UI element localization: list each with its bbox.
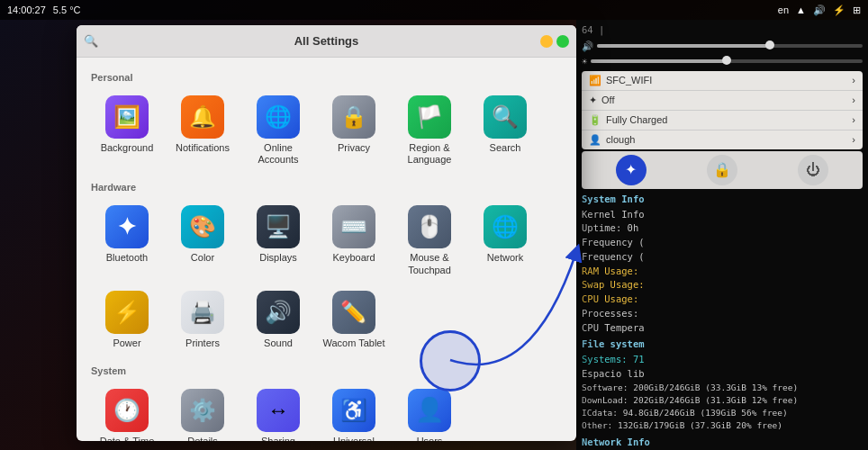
color-label: Color (191, 252, 214, 264)
power-label: Power (113, 338, 140, 349)
search-item[interactable]: 🔍 Search (469, 90, 541, 171)
personal-section-label: Personal (91, 72, 562, 83)
mouse-item[interactable]: 🖱️ Mouse & Touchpad (393, 200, 466, 281)
personal-grid: 🖼️ Background 🔔 Notifications 🌐 Online A… (91, 90, 562, 171)
color-item[interactable]: 🎨 Color (167, 200, 239, 281)
sound-topbar-icon[interactable]: 🔊 (813, 4, 826, 16)
bluetooth-label: Bluetooth (106, 252, 148, 264)
user-label: clough (606, 134, 635, 145)
search-icon: 🔍 (84, 34, 98, 48)
notifications-label: Notifications (176, 142, 230, 154)
details-label: Details (187, 436, 218, 441)
bluetooth-row[interactable]: ✦Off › (582, 91, 863, 111)
notifications-item[interactable]: 🔔 Notifications (167, 90, 239, 171)
freq1-line: Frequency ( (582, 236, 863, 250)
software-line: Software: 200GiB/246GiB (33.3GiB 13% fre… (582, 382, 863, 394)
settings-titlebar: 🔍 All Settings (77, 25, 576, 58)
system-section-label: System (91, 365, 562, 376)
network-item[interactable]: 🌐 Network (469, 200, 541, 281)
keyboard-label: Keyboard (332, 252, 375, 264)
sound-item[interactable]: 🔊 Sound (242, 285, 314, 355)
datetime-item[interactable]: 🕐 Date & Time (91, 383, 163, 441)
mouse-label: Mouse & Touchpad (397, 252, 462, 275)
region-item[interactable]: 🏳️ Region & Language (393, 90, 466, 171)
apps-icon[interactable]: ⊞ (853, 4, 861, 16)
swap-line: Swap Usage: (582, 278, 863, 292)
hardware-section-label: Hardware (91, 182, 562, 193)
wifi-icon[interactable]: ▲ (796, 4, 806, 15)
topbar: 14:00:27 5.5 °C en ▲ 🔊 ⚡ ⊞ (0, 0, 868, 20)
privacy-item[interactable]: 🔒 Privacy (318, 90, 390, 171)
icdata-line: ICdata: 94.8GiB/246GiB (139GiB 56% free) (582, 407, 863, 419)
keyboard-item[interactable]: ⌨️ Keyboard (318, 200, 390, 281)
wifi-label: SFC_WIFI (606, 75, 652, 86)
settings-title: All Settings (294, 34, 359, 48)
region-label: Region & Language (397, 142, 462, 166)
background-item[interactable]: 🖼️ Background (91, 90, 163, 171)
mouse-icon: 🖱️ (408, 205, 451, 248)
online-accounts-item[interactable]: 🌐 Online Accounts (242, 90, 314, 171)
ram-label: RAM Usage: (582, 266, 638, 276)
bluetooth-item[interactable]: ✦ Bluetooth (91, 200, 163, 281)
power-button[interactable]: ⏻ (798, 155, 828, 185)
cpu-temp-line: CPU Tempera (582, 321, 863, 336)
temperature: 5.5 °C (53, 4, 81, 15)
lock-button[interactable]: 🔒 (707, 155, 737, 185)
displays-item[interactable]: 🖥️ Displays (242, 200, 314, 281)
online-accounts-icon: 🌐 (257, 95, 300, 139)
sysinfo-panel: 64 | 🔊 ☀️ 📶SFC_WIFI › ✦Off › 🔋 (576, 20, 868, 450)
printers-icon: 🖨️ (181, 291, 224, 334)
printers-label: Printers (185, 338, 220, 349)
ram-line: RAM Usage: (582, 265, 863, 279)
wacom-item[interactable]: ✏️ Wacom Tablet (318, 285, 390, 355)
other-line: Other: 132GiB/179GiB (37.3GiB 20% free) (582, 419, 863, 432)
hardware-grid: ✦ Bluetooth 🎨 Color 🖥️ Displays ⌨️ Keybo… (91, 200, 562, 355)
power-item[interactable]: ⚡ Power (91, 285, 163, 355)
details-item[interactable]: ⚙️ Details (167, 383, 239, 441)
user-row[interactable]: 👤clough › (582, 130, 863, 149)
sharing-item[interactable]: ↔️ Sharing (242, 383, 314, 441)
users-item[interactable]: 👤 Users (393, 383, 466, 441)
printers-item[interactable]: 🖨️ Printers (167, 285, 239, 355)
system-info-header: System Info (582, 193, 863, 207)
cpu-label: CPU Usage: (582, 293, 638, 304)
clock: 14:00:27 (7, 4, 46, 15)
universal-access-icon: ♿ (332, 389, 375, 432)
battery-row[interactable]: 🔋Fully Charged › (582, 111, 863, 130)
window-controls (540, 35, 569, 48)
background-label: Background (101, 142, 154, 154)
displays-icon: 🖥️ (257, 205, 300, 248)
power-topbar-icon[interactable]: ⚡ (833, 4, 845, 16)
wacom-icon: ✏️ (332, 291, 375, 334)
bt-label: Off (601, 94, 614, 105)
minimize-button[interactable] (540, 35, 553, 48)
sound-label: Sound (264, 338, 293, 349)
cpu-line: CPU Usage: (582, 292, 863, 307)
swap-label: Swap Usage: (582, 279, 645, 290)
region-icon: 🏳️ (408, 95, 451, 139)
universal-access-label: Universal Access (321, 436, 386, 441)
search-label: Search (490, 142, 521, 154)
power-icon: ⚡ (105, 291, 149, 334)
displays-label: Displays (259, 252, 297, 264)
datetime-icon: 🕐 (105, 389, 149, 432)
espacio-line: Espacio lib (582, 367, 863, 382)
network-label: Network (487, 252, 523, 264)
maximize-button[interactable] (556, 35, 569, 48)
search-settings-icon: 🔍 (484, 95, 527, 139)
battery-label: Fully Charged (606, 114, 667, 125)
users-label: Users (417, 436, 443, 441)
kernel-line: Kernel Info (582, 208, 863, 222)
download-line: DownLoad: 202GiB/246GiB (31.3GiB 12% fre… (582, 394, 863, 407)
starred-button[interactable]: ✦ (616, 155, 646, 185)
wifi-row[interactable]: 📶SFC_WIFI › (582, 71, 863, 91)
search-bar-area[interactable]: 🔍 (84, 34, 98, 48)
users-icon: 👤 (408, 389, 451, 432)
settings-window: 🔍 All Settings Personal 🖼️ Background 🔔 … (77, 25, 576, 441)
universal-access-item[interactable]: ♿ Universal Access (318, 383, 390, 441)
lang-indicator[interactable]: en (778, 4, 789, 15)
freq2-line: Frequency ( (582, 250, 863, 265)
color-icon: 🎨 (181, 205, 224, 248)
wacom-label: Wacom Tablet (322, 338, 384, 349)
processes-line: Processes: (582, 307, 863, 321)
